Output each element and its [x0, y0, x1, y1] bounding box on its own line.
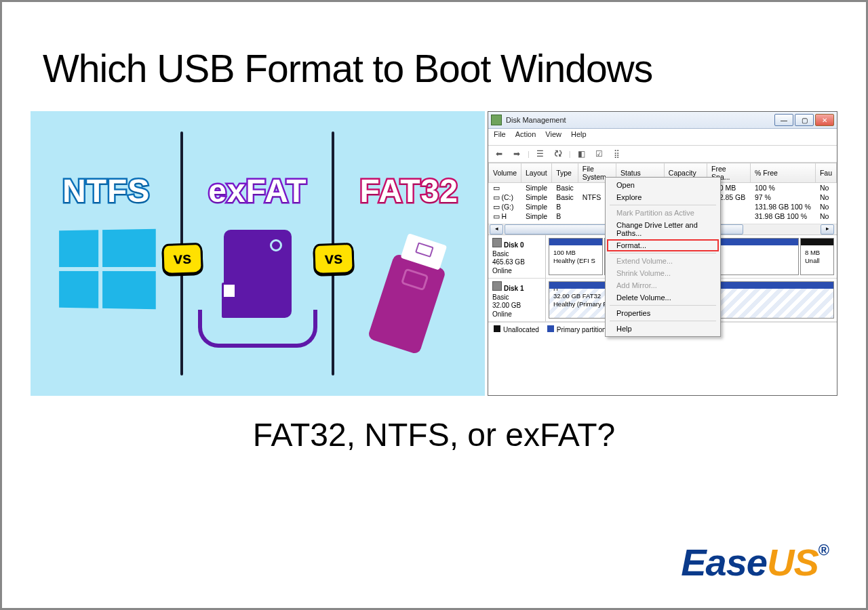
part-status: Healthy (EFI S — [553, 257, 595, 264]
cell: No — [815, 202, 836, 211]
legend-label: Primary partition — [557, 326, 606, 333]
menu-view[interactable]: View — [545, 130, 561, 144]
disk-state: Online — [492, 310, 512, 318]
disk-basic: Basic — [492, 250, 509, 258]
col-type[interactable]: Type — [552, 163, 578, 183]
window-title: Disk Management — [506, 116, 566, 124]
menu-bar[interactable]: File Action View Help — [488, 129, 837, 146]
toolbar-icon[interactable]: ☰ — [534, 147, 547, 161]
page-subtitle: FAT32, NTFS, or exFAT? — [2, 416, 866, 453]
menu-action[interactable]: Action — [515, 130, 536, 144]
close-button[interactable]: ✕ — [815, 114, 834, 126]
content-row: NTFS exFAT FAT32 vs vs — [31, 111, 837, 396]
disk-name: Disk 0 — [504, 241, 524, 249]
windows-logo-icon — [58, 230, 155, 308]
ctx-help[interactable]: Help — [607, 323, 719, 335]
label-exfat: exFAT — [208, 172, 307, 209]
disk-size: 32.00 GB — [492, 302, 521, 309]
toolbar-icon[interactable]: ⣿ — [610, 147, 624, 161]
cell: 131.98 GB 100 % — [750, 202, 815, 211]
ctx-explore[interactable]: Explore — [607, 191, 719, 203]
disk-management-window: Disk Management — ▢ ✕ File Action View H… — [488, 111, 837, 396]
external-hdd-icon — [198, 230, 317, 348]
disk-state: Online — [492, 267, 512, 274]
cell: No — [815, 211, 836, 221]
legend-swatch-primary — [547, 325, 554, 332]
ctx-format[interactable]: Format... — [607, 239, 719, 251]
col-ntfs: NTFS — [31, 111, 182, 396]
toolbar: ⬅ ➡ | ☰ 🗘 | ◧ ☑ ⣿ — [488, 146, 837, 163]
volume-icon: ▭ — [493, 184, 500, 192]
logo-ease: Ease — [681, 541, 767, 584]
logo-us: US — [767, 541, 818, 584]
fs-comparison-graphic: NTFS exFAT FAT32 vs vs — [31, 111, 485, 396]
menu-file[interactable]: File — [494, 130, 506, 144]
partition-unallocated[interactable]: 8 MB Unall — [800, 238, 834, 275]
volume-icon: ▭ — [493, 212, 500, 220]
menu-help[interactable]: Help — [571, 130, 587, 144]
window-titlebar[interactable]: Disk Management — ▢ ✕ — [488, 112, 837, 129]
vs-badge: vs — [161, 243, 203, 275]
col-layout[interactable]: Layout — [521, 163, 552, 183]
ctx-properties[interactable]: Properties — [607, 307, 719, 319]
partition-efi[interactable]: 100 MB Healthy (EFI S — [549, 238, 603, 275]
cell: Basic — [552, 183, 578, 193]
ctx-shrink[interactable]: Shrink Volume... — [607, 267, 719, 279]
col-exfat: exFAT — [182, 111, 333, 396]
volume-icon: ▭ — [493, 203, 500, 211]
label-ntfs: NTFS — [62, 172, 150, 209]
cell: 31.98 GB 100 % — [750, 211, 815, 221]
refresh-icon[interactable]: 🗘 — [551, 147, 565, 161]
cell: (G:) — [501, 203, 513, 211]
col-volume[interactable]: Volume — [489, 163, 521, 183]
disk-name: Disk 1 — [504, 285, 524, 292]
disk-size: 465.63 GB — [492, 258, 525, 266]
scroll-right-button[interactable]: ▸ — [821, 224, 834, 235]
cell: Basic — [552, 192, 578, 202]
cell: No — [815, 183, 836, 193]
minimize-button[interactable]: — — [774, 114, 793, 126]
maximize-button[interactable]: ▢ — [795, 114, 814, 126]
ctx-extend[interactable]: Extend Volume... — [607, 255, 719, 267]
cell: Simple — [521, 211, 552, 221]
part-status: Unall — [805, 257, 820, 264]
disk-basic: Basic — [492, 293, 509, 301]
part-size: 8 MB — [805, 249, 820, 256]
easeus-logo: EaseUS® — [681, 540, 829, 584]
toolbar-icon[interactable]: ◧ — [575, 147, 589, 161]
page-title: Which USB Format to Boot Windows — [43, 46, 866, 91]
ctx-open[interactable]: Open — [607, 179, 719, 191]
cell: (C:) — [501, 193, 513, 201]
disk-mgmt-icon — [491, 115, 502, 125]
context-menu[interactable]: Open Explore Mark Partition as Active Ch… — [605, 177, 721, 337]
ctx-add-mirror[interactable]: Add Mirror... — [607, 279, 719, 291]
cell: B — [552, 211, 578, 221]
toolbar-icon[interactable]: ☑ — [593, 147, 606, 161]
label-fat32: FAT32 — [360, 172, 458, 209]
disk-icon — [492, 281, 502, 291]
legend-swatch-unallocated — [494, 325, 500, 332]
cell: Simple — [521, 202, 552, 211]
col-fat32: FAT32 — [334, 111, 485, 396]
cell: Simple — [521, 192, 552, 202]
registered-icon: ® — [818, 542, 829, 558]
forward-button[interactable]: ➡ — [510, 147, 524, 161]
part-size: 100 MB — [553, 249, 576, 256]
cell: No — [815, 192, 836, 202]
ctx-delete[interactable]: Delete Volume... — [607, 291, 719, 304]
part-size: 32.00 GB FAT32 — [553, 292, 601, 300]
col-fault[interactable]: Fau — [815, 163, 836, 183]
legend-label: Unallocated — [503, 326, 539, 333]
usb-flash-drive-icon — [382, 230, 436, 359]
cell: Simple — [521, 183, 552, 193]
back-button[interactable]: ⬅ — [492, 147, 506, 161]
volume-icon: ▭ — [493, 193, 500, 201]
col-percentfree[interactable]: % Free — [750, 163, 815, 183]
disk-icon — [492, 238, 502, 247]
ctx-change-letter[interactable]: Change Drive Letter and Paths... — [607, 219, 719, 239]
ctx-mark-active[interactable]: Mark Partition as Active — [607, 207, 719, 219]
cell: H — [501, 212, 507, 220]
scroll-left-button[interactable]: ◂ — [490, 224, 503, 235]
cell: 97 % — [750, 192, 815, 202]
cell: B — [552, 202, 578, 211]
